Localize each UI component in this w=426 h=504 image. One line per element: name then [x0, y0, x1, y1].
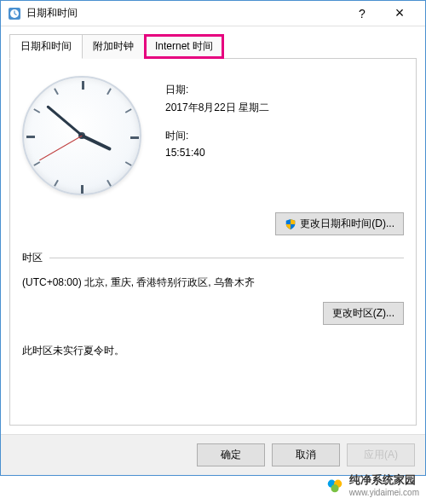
watermark-icon — [325, 476, 344, 495]
clock-tick — [125, 161, 132, 166]
change-timezone-row: 更改时区(Z)... — [22, 302, 404, 325]
clock-tick — [82, 81, 84, 90]
change-datetime-button[interactable]: 更改日期和时间(D)... — [275, 212, 404, 235]
watermark: 纯净系统家园 www.yidaimei.com — [325, 472, 419, 497]
change-timezone-label: 更改时区(Z)... — [332, 306, 394, 321]
datetime-top-row: 日期: 2017年8月22日 星期二 时间: 15:51:40 — [22, 76, 404, 204]
tab-additional-clocks[interactable]: 附加时钟 — [82, 34, 145, 59]
window-title: 日期和时间 — [26, 6, 343, 20]
titlebar-buttons: ? × — [343, 1, 418, 26]
change-datetime-row: 更改日期和时间(D)... — [22, 212, 404, 235]
close-button[interactable]: × — [381, 1, 418, 26]
clock-tick — [33, 161, 40, 166]
hand-minute — [46, 105, 83, 136]
content-area: 日期和时间 附加时钟 Internet 时间 日期: 2017年8月22日 星期… — [1, 26, 425, 434]
tab-datetime[interactable]: 日期和时间 — [9, 34, 83, 59]
clock-tick — [130, 136, 139, 139]
tab-panel-datetime: 日期: 2017年8月22日 星期二 时间: 15:51:40 更改日期和时间(… — [9, 59, 417, 426]
clock-tick — [33, 108, 40, 113]
datetime-settings-window: 日期和时间 ? × 日期和时间 附加时钟 Internet 时间 日期: 201… — [0, 0, 426, 476]
clock-tick — [54, 180, 59, 187]
clock-tick — [106, 88, 112, 95]
datetime-info: 日期: 2017年8月22日 星期二 时间: 15:51:40 — [165, 76, 404, 204]
hand-hour — [81, 134, 112, 151]
time-value: 15:51:40 — [165, 147, 404, 159]
help-button[interactable]: ? — [343, 1, 381, 26]
clock-tick — [26, 136, 35, 138]
date-value: 2017年8月22日 星期二 — [165, 101, 404, 115]
clock-tick — [81, 185, 83, 194]
tab-bar: 日期和时间 附加时钟 Internet 时间 — [9, 33, 417, 59]
timezone-value: (UTC+08:00) 北京, 重庆, 香港特别行政区, 乌鲁木齐 — [22, 275, 404, 290]
timezone-section-title: 时区 — [22, 251, 43, 265]
change-timezone-button[interactable]: 更改时区(Z)... — [323, 302, 404, 325]
analog-clock — [22, 76, 150, 204]
timezone-section-header: 时区 — [22, 251, 404, 265]
clock-tick — [106, 180, 112, 187]
ok-button[interactable]: 确定 — [197, 443, 265, 466]
hand-second — [39, 136, 83, 161]
cancel-button[interactable]: 取消 — [272, 443, 340, 466]
watermark-url: www.yidaimei.com — [349, 488, 419, 497]
window-icon — [8, 7, 21, 20]
clock-tick — [125, 108, 132, 113]
watermark-text-wrap: 纯净系统家园 www.yidaimei.com — [349, 472, 419, 497]
section-divider — [49, 258, 404, 258]
dst-info: 此时区未实行夏令时。 — [22, 344, 404, 358]
clock-tick — [54, 88, 59, 95]
titlebar: 日期和时间 ? × — [1, 1, 425, 26]
dialog-button-row: 确定 取消 应用(A) — [1, 434, 425, 475]
svg-point-6 — [331, 484, 338, 492]
watermark-text: 纯净系统家园 — [349, 472, 419, 488]
tab-internet-time[interactable]: Internet 时间 — [144, 34, 224, 59]
time-label: 时间: — [165, 129, 404, 143]
shield-icon — [285, 218, 296, 230]
date-label: 日期: — [165, 83, 404, 97]
change-datetime-label: 更改日期和时间(D)... — [300, 217, 394, 231]
apply-button[interactable]: 应用(A) — [347, 443, 415, 466]
